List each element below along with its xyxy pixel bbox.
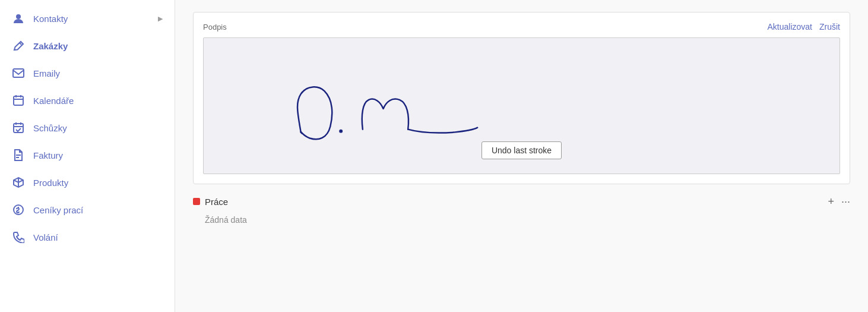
sidebar-item-kalendare-label: Kalendáře [33, 96, 74, 106]
sidebar-item-kontakty-label: Kontakty [33, 14, 68, 24]
svg-rect-2 [14, 96, 23, 105]
sidebar-item-produkty[interactable]: Produkty [0, 169, 175, 196]
pencil-icon [12, 39, 25, 52]
calendar-icon [12, 94, 25, 107]
cancel-button[interactable]: Zrušit [819, 22, 840, 31]
sidebar-item-kontakty[interactable]: Kontakty ▶ [0, 5, 175, 32]
sidebar-item-ceniky-praci[interactable]: Ceníky prací [0, 196, 175, 223]
sidebar-item-zakazky[interactable]: Zakázky [0, 32, 175, 59]
prace-header: Práce + ··· [193, 196, 850, 207]
sidebar-item-zakazky-label: Zakázky [33, 41, 68, 51]
prace-controls: + ··· [828, 196, 850, 207]
svg-point-0 [16, 14, 21, 19]
undo-last-stroke-button[interactable]: Undo last stroke [481, 141, 562, 159]
sidebar-item-volani[interactable]: Volání [0, 223, 175, 251]
sidebar-item-faktury[interactable]: Faktury [0, 141, 175, 169]
add-prace-button[interactable]: + [828, 196, 834, 207]
svg-point-7 [339, 130, 343, 133]
sidebar: Kontakty ▶ Zakázky Emaily Ka [0, 0, 175, 312]
svg-rect-1 [13, 69, 24, 77]
sidebar-item-volani-label: Volání [33, 232, 58, 242]
signature-label: Podpis [203, 23, 227, 31]
sidebar-item-ceniky-praci-label: Ceníky prací [33, 205, 83, 215]
signature-canvas[interactable]: Undo last stroke [203, 37, 840, 174]
phone-icon [12, 231, 25, 244]
prace-title: Práce [205, 197, 228, 207]
prace-indicator [193, 198, 200, 205]
sidebar-item-kalendare[interactable]: Kalendáře [0, 87, 175, 114]
update-button[interactable]: Aktualizovat [768, 22, 812, 31]
person-icon [12, 12, 25, 25]
box-icon [12, 176, 25, 189]
no-data-label: Žádná data [193, 213, 850, 227]
sidebar-item-schuzky-label: Schůzky [33, 123, 67, 133]
check-calendar-icon [12, 121, 25, 134]
more-prace-button[interactable]: ··· [841, 196, 850, 207]
envelope-icon [12, 67, 25, 80]
price-icon [12, 203, 25, 216]
sidebar-item-produkty-label: Produkty [33, 178, 68, 188]
sidebar-item-emaily-label: Emaily [33, 68, 60, 78]
signature-section: Podpis Aktualizovat Zrušit Undo last str… [193, 12, 850, 184]
main-content: Podpis Aktualizovat Zrušit Undo last str… [175, 0, 868, 312]
sidebar-item-schuzky[interactable]: Schůzky [0, 114, 175, 141]
sidebar-item-emaily[interactable]: Emaily [0, 59, 175, 87]
chevron-right-icon: ▶ [158, 15, 163, 23]
prace-section: Práce + ··· Žádná data [193, 196, 850, 227]
signature-actions: Aktualizovat Zrušit [768, 22, 840, 31]
sidebar-item-faktury-label: Faktury [33, 150, 63, 160]
signature-header: Podpis Aktualizovat Zrušit [203, 22, 840, 31]
document-icon [12, 149, 25, 162]
